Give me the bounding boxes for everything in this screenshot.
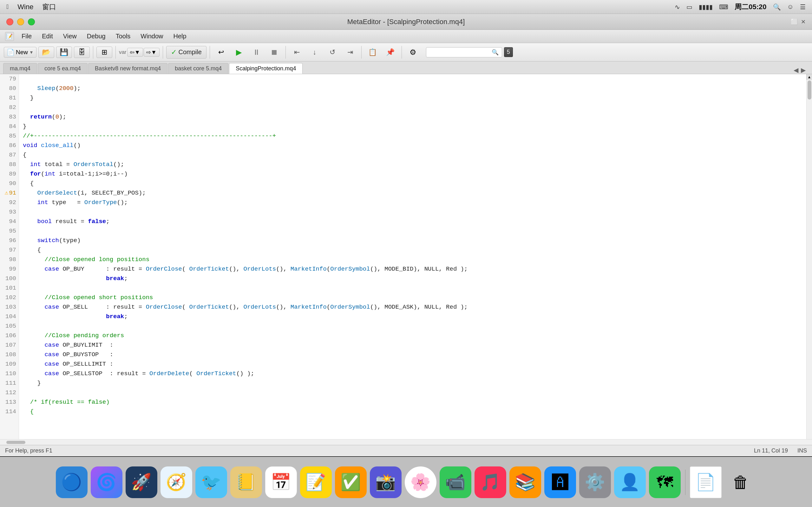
code-line-80: Sleep(2000); (23, 83, 806, 93)
code-line-109: case OP_SELLLIMIT : (23, 359, 806, 369)
pause-button[interactable]: ⏸ (249, 47, 264, 58)
dock-screenshot[interactable]: 📸 (370, 466, 402, 498)
settings-button[interactable]: ⚙ (405, 47, 421, 58)
code-editor[interactable]: Sleep(2000); } return(0); } //+---------… (19, 74, 806, 439)
line-num-89: 89 (0, 169, 19, 179)
undo-icon: ↩ (218, 48, 224, 56)
scrollbar-thumb[interactable] (808, 80, 811, 100)
code-line-101 (23, 283, 806, 293)
dock: 🔵 🌀 🚀 🧭 🐦 📒 📅 📝 ✅ 📸 🌸 📹 🎵 (0, 457, 812, 507)
maps-icon: 🗺 (657, 473, 673, 492)
code-text: case (44, 264, 59, 274)
sep5 (286, 46, 286, 59)
dock-appstore[interactable]: 🅰 (544, 466, 576, 498)
user-icon[interactable]: ☺ (787, 3, 794, 10)
code-line-84: } (23, 122, 806, 131)
play-button[interactable]: ▶ (231, 47, 247, 58)
saveall-button[interactable]: 🗄 (74, 47, 90, 58)
apple-menu[interactable]:  (6, 3, 9, 10)
dock-calendar[interactable]: 📅 (265, 466, 297, 498)
code-text: OrderSelect (38, 188, 77, 198)
dock-finder[interactable]: 🔵 (56, 466, 88, 498)
menubar-window[interactable]: 窗口 (42, 2, 56, 12)
code-line-94: bool result = false; (23, 217, 806, 226)
dock-music[interactable]: 🎵 (474, 466, 506, 498)
line-num-106: 106 (0, 331, 19, 340)
code-text: ( (55, 83, 59, 93)
dock-maps[interactable]: 🗺 (649, 466, 681, 498)
new-button[interactable]: 📄 New ▼ (4, 47, 37, 58)
close-icon[interactable]: ✕ (801, 18, 806, 25)
menu-debug[interactable]: Debug (83, 32, 110, 41)
dock-contacts-book[interactable]: 📒 (230, 466, 262, 498)
undo-button[interactable]: ↩ (213, 47, 229, 58)
tab-core5-mq4[interactable]: core 5 ea.mq4 (38, 63, 88, 74)
line-num-107: 107 (0, 340, 19, 350)
menu-help[interactable]: Help (169, 32, 191, 41)
dock-systemprefs[interactable]: ⚙️ (579, 466, 611, 498)
var-dropdown2[interactable]: ⇨▼ (144, 48, 159, 57)
open-button[interactable]: 📂 (38, 47, 54, 58)
horizontal-scrollbar[interactable] (0, 439, 812, 445)
dock-contacts2[interactable]: 👤 (614, 466, 646, 498)
menu-edit[interactable]: Edit (38, 32, 57, 41)
view-toggle[interactable]: ⊞ (96, 47, 112, 58)
copy-button[interactable]: 📋 (365, 47, 380, 58)
dock-reminders[interactable]: ✅ (335, 466, 367, 498)
minimize-button[interactable] (17, 18, 24, 25)
dock-notes[interactable]: 📝 (300, 466, 332, 498)
save-button[interactable]: 💾 (56, 47, 72, 58)
close-button[interactable] (6, 18, 13, 25)
h-scrollbar-thumb[interactable] (6, 441, 26, 444)
line-num-80: 80 (0, 83, 19, 93)
sep3 (163, 46, 163, 59)
menu-icon[interactable]: ☰ (800, 3, 806, 11)
menubar-wine[interactable]: Wine (17, 3, 33, 11)
tab-basketcore5-mq4[interactable]: basket core 5.mq4 (168, 63, 229, 74)
resize-icon[interactable]: ⬜ (791, 18, 798, 25)
tab-scalpingprotection-mq4[interactable]: ScalpingProtection.mq4 (229, 63, 303, 74)
search-box[interactable]: 🔍 (426, 47, 502, 57)
dock-thunderbird[interactable]: 🐦 (195, 466, 227, 498)
stop-button[interactable]: ⏹ (266, 47, 282, 58)
dock-facetime[interactable]: 📹 (440, 466, 471, 498)
search-input[interactable] (429, 49, 492, 55)
search-icon[interactable]: 🔍 (773, 3, 781, 11)
window-title: MetaEditor - [ScalpingProtection.mq4] (347, 18, 465, 26)
dock-photos[interactable]: 🌸 (405, 466, 437, 498)
tab-ma-mq4[interactable]: ma.mq4 (3, 63, 37, 74)
var-dropdown1[interactable]: ⇦▼ (127, 48, 143, 57)
tab-scroll-arrows[interactable]: ◀ ▶ (791, 66, 809, 74)
code-text: (); (117, 198, 128, 207)
search-num-badge[interactable]: 5 (504, 47, 513, 57)
tab-left-arrow[interactable]: ◀ (794, 66, 798, 74)
menu-view[interactable]: View (59, 32, 81, 41)
code-text (23, 264, 44, 274)
step-over-icon: ↺ (329, 48, 335, 56)
compile-button[interactable]: ✓ Compile (166, 46, 206, 59)
paste-button[interactable]: 📌 (383, 47, 398, 58)
code-text: OP_BUYLIMIT : (59, 340, 113, 350)
menu-file[interactable]: File (17, 32, 36, 41)
step-out-button[interactable]: ⇥ (342, 47, 358, 58)
maximize-button[interactable] (28, 18, 35, 25)
menu-window[interactable]: Window (136, 32, 167, 41)
code-text (23, 274, 106, 283)
dock-safari[interactable]: 🧭 (160, 466, 192, 498)
line-num-110: 110 (0, 369, 19, 378)
dock-document[interactable]: 📄 (690, 466, 722, 498)
vertical-scrollbar[interactable] (806, 74, 812, 439)
dock-trash[interactable]: 🗑 (725, 466, 757, 498)
menu-tools[interactable]: Tools (111, 32, 135, 41)
tab-right-arrow[interactable]: ▶ (801, 66, 806, 74)
step-back-button[interactable]: ⇤ (289, 47, 305, 58)
dock-launchpad[interactable]: 🚀 (125, 466, 157, 498)
dock-books[interactable]: 📚 (509, 466, 541, 498)
tab-basketv8-mq4[interactable]: Basketv8 new format.mq4 (88, 63, 167, 74)
step-over-button[interactable]: ↺ (324, 47, 340, 58)
code-text: close_all (41, 141, 73, 150)
ln-col: Ln 11, Col 19 (754, 447, 788, 454)
dock-siri[interactable]: 🌀 (91, 466, 122, 498)
scroll-up-button[interactable]: ▲ (806, 74, 812, 80)
step-into-button[interactable]: ↓ (307, 47, 322, 58)
